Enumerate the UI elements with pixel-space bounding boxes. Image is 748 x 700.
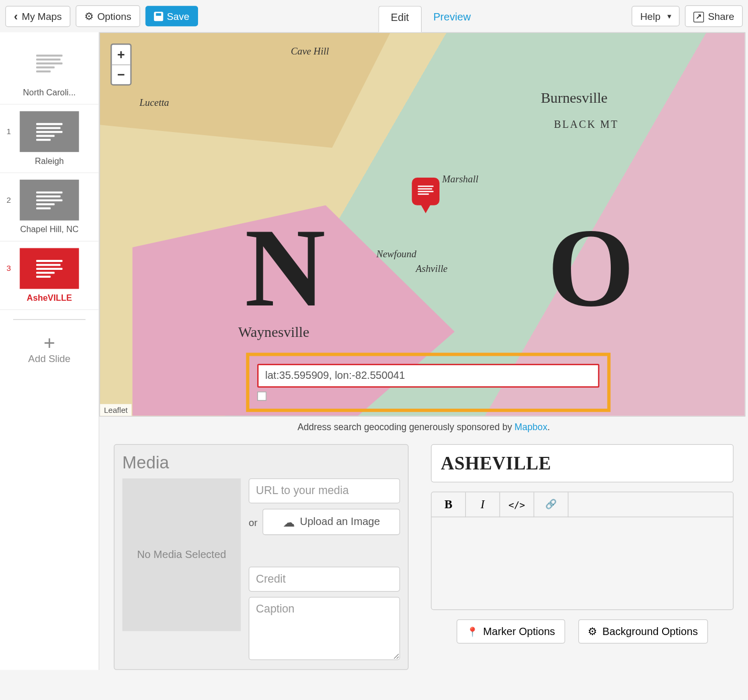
share-button[interactable]: Share [685,5,743,27]
pin-icon [467,626,478,638]
credit-input[interactable] [249,566,400,592]
map-town-waynesville: Waynesville [238,324,310,341]
save-button[interactable]: Save [145,6,198,26]
zoom-out-button[interactable]: − [112,64,130,84]
bold-button[interactable]: B [432,492,466,517]
location-checkbox[interactable] [257,391,267,401]
add-slide-button[interactable]: + Add Slide [0,329,98,377]
map-marker[interactable] [412,178,439,205]
options-label: Options [97,10,131,21]
mapbox-link[interactable]: Mapbox [514,422,547,432]
media-preview: No Media Selected [123,478,241,631]
sidebar-divider [13,319,85,320]
html-button[interactable]: </> [500,492,534,517]
my-maps-button[interactable]: My Maps [5,6,70,27]
map-town-newfound: Newfound [376,249,416,260]
help-label: Help [640,10,661,21]
map-canvas[interactable]: N O Ashville Marshall Burnesville BLACK … [100,32,745,417]
location-search-box [246,353,611,412]
slide-item-asheville[interactable]: 3 AsheVILLE [0,242,98,310]
headline-input[interactable] [431,444,734,483]
options-button[interactable]: Options [75,5,140,27]
slide-number: 1 [7,127,11,136]
rte-toolbar: B I </> [432,492,733,517]
overview-label: North Caroli... [8,88,91,97]
slide-number: 3 [7,264,11,274]
map-town-black-mt: BLACK MT [554,118,619,130]
gear-icon [84,10,94,23]
add-slide-label: Add Slide [0,353,98,364]
sponsor-text: Address search geocoding generously spon… [100,417,748,444]
map-town-marshall: Marshall [442,174,478,185]
slide-label: Raleigh [8,156,91,166]
background-options-button[interactable]: Background Options [578,619,708,643]
save-label: Save [167,10,189,21]
rich-text-editor: B I </> [431,491,734,610]
tabs: Edit Preview [378,6,482,32]
media-url-input[interactable] [249,478,400,504]
map-town-burnesville: Burnesville [541,90,607,107]
media-title: Media [123,453,400,473]
slide-item-chapel-hill[interactable]: 2 Chapel Hill, NC [0,173,98,242]
my-maps-label: My Maps [21,10,61,21]
overview-slide[interactable]: North Caroli... [0,36,98,105]
slide-label: Chapel Hill, NC [8,224,91,234]
slide-item-raleigh[interactable]: 1 Raleigh [0,105,98,173]
share-icon [694,10,704,23]
location-input[interactable] [257,364,599,388]
zoom-in-button[interactable]: + [112,45,130,64]
link-button[interactable] [534,492,568,517]
chevron-left-icon [14,10,18,22]
top-toolbar: My Maps Options Save Help Share [0,0,748,32]
main-panel: Edit Preview N O Ashville Marshall Burne… [100,32,748,670]
marker-options-button[interactable]: Marker Options [457,619,565,643]
slide-number: 2 [7,195,11,205]
plus-icon: + [0,333,98,353]
or-label: or [249,516,258,527]
italic-button[interactable]: I [466,492,500,517]
rte-body[interactable] [432,517,733,609]
caption-input[interactable] [249,597,400,660]
floppy-icon [153,12,163,21]
slides-sidebar: North Caroli... 1 Raleigh 2 Chapel Hill,… [0,32,100,670]
slide-label: AsheVILLE [8,293,91,303]
zoom-control: + − [111,43,131,85]
map-town-ashville: Ashville [416,263,448,274]
gear-icon [588,625,597,638]
upload-image-button[interactable]: Upload an Image [263,509,400,535]
tab-edit[interactable]: Edit [378,6,421,32]
help-button[interactable]: Help [632,6,680,26]
tab-preview[interactable]: Preview [422,6,483,32]
map-attribution: Leaflet [100,404,131,416]
share-label: Share [708,10,734,21]
media-panel: Media No Media Selected or Upload an Ima… [114,444,409,670]
cloud-upload-icon [283,515,295,529]
map-town-cave-hill: Cave Hill [291,46,329,57]
map-town-lucetta: Lucetta [139,97,169,108]
